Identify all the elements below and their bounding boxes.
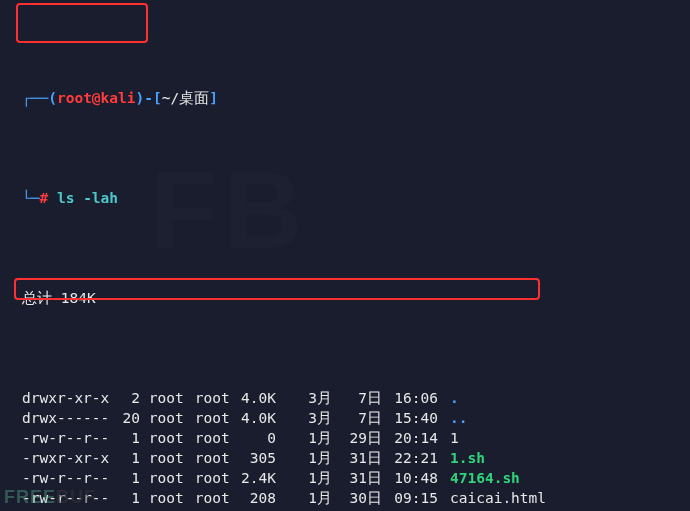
total-value: 184K — [61, 290, 96, 306]
perm: drwx------ — [22, 408, 114, 428]
size: 208 — [232, 488, 276, 508]
ls-listing: drwxr-xr-x2 root root4.0K3月7日16:06.drwx-… — [22, 388, 680, 511]
month: 3月 — [276, 388, 332, 408]
table-row: drwxr-xr-x2 root root4.0K3月7日16:06. — [22, 388, 680, 408]
owner: root — [140, 468, 186, 488]
filename: 1 — [450, 428, 459, 448]
prompt-hash: # — [39, 190, 48, 206]
perm: drwxr-xr-x — [22, 388, 114, 408]
time: 20:14 — [382, 428, 438, 448]
prompt-at: @ — [92, 90, 101, 106]
day: 30日 — [332, 488, 382, 508]
group: root — [186, 448, 232, 468]
bracket-open: -[ — [144, 90, 161, 106]
day: 7日 — [332, 388, 382, 408]
group: root — [186, 428, 232, 448]
time: 22:21 — [382, 448, 438, 468]
perm: -rwxr-xr-x — [22, 448, 114, 468]
group: root — [186, 388, 232, 408]
filename: 47164.sh — [450, 468, 520, 488]
perm: -rw-r--r-- — [22, 428, 114, 448]
bracket-close: ] — [209, 90, 218, 106]
filename: caicai.html — [450, 488, 546, 508]
paren-close: ) — [136, 90, 145, 106]
month: 1月 — [276, 428, 332, 448]
day: 31日 — [332, 448, 382, 468]
time: 16:06 — [382, 388, 438, 408]
owner: root — [140, 448, 186, 468]
group: root — [186, 468, 232, 488]
nlinks: 1 — [114, 468, 140, 488]
time: 09:15 — [382, 488, 438, 508]
prompt-line-1: ┌──(root@kali)-[~/桌面] — [22, 88, 680, 108]
table-row: -rw-r--r--1 root root2.4K1月31日10:4847164… — [22, 468, 680, 488]
owner: root — [140, 488, 186, 508]
group: root — [186, 408, 232, 428]
owner: root — [140, 408, 186, 428]
table-row: -rwxr-xr-x1 root root3051月31日22:211.sh — [22, 448, 680, 468]
nlinks: 20 — [114, 408, 140, 428]
table-row: -rw-r--r--1 root root2081月30日09:15caicai… — [22, 488, 680, 508]
day: 29日 — [332, 428, 382, 448]
size: 4.0K — [232, 388, 276, 408]
filename: .. — [450, 408, 467, 428]
nlinks: 2 — [114, 388, 140, 408]
filename: 1.sh — [450, 448, 485, 468]
size: 2.4K — [232, 468, 276, 488]
month: 3月 — [276, 408, 332, 428]
month: 1月 — [276, 488, 332, 508]
filename: . — [450, 388, 459, 408]
table-row: -rw-r--r--1 root root01月29日20:141 — [22, 428, 680, 448]
time: 15:40 — [382, 408, 438, 428]
perm: -rw-r--r-- — [22, 468, 114, 488]
day: 31日 — [332, 468, 382, 488]
prompt-user: root — [57, 90, 92, 106]
size: 305 — [232, 448, 276, 468]
perm: -rw-r--r-- — [22, 488, 114, 508]
table-row: drwx------20 root root4.0K3月7日15:40.. — [22, 408, 680, 428]
size: 0 — [232, 428, 276, 448]
paren-open: ( — [48, 90, 57, 106]
total-line: 总计 184K — [22, 288, 680, 308]
prompt-cwd: ~/桌面 — [162, 90, 209, 106]
terminal-output[interactable]: ┌──(root@kali)-[~/桌面] └─# ls -lah 总计 184… — [0, 0, 690, 511]
nlinks: 1 — [114, 448, 140, 468]
owner: root — [140, 388, 186, 408]
prompt-host: kali — [101, 90, 136, 106]
total-label: 总计 — [22, 290, 52, 306]
size: 4.0K — [232, 408, 276, 428]
corner-icon-2: └─ — [22, 190, 39, 206]
month: 1月 — [276, 468, 332, 488]
nlinks: 1 — [114, 428, 140, 448]
time: 10:48 — [382, 468, 438, 488]
group: root — [186, 488, 232, 508]
nlinks: 1 — [114, 488, 140, 508]
owner: root — [140, 428, 186, 448]
month: 1月 — [276, 448, 332, 468]
command-text: ls -lah — [57, 190, 118, 206]
corner-icon: ┌── — [22, 90, 48, 106]
prompt-line-2: └─# ls -lah — [22, 188, 680, 208]
day: 7日 — [332, 408, 382, 428]
